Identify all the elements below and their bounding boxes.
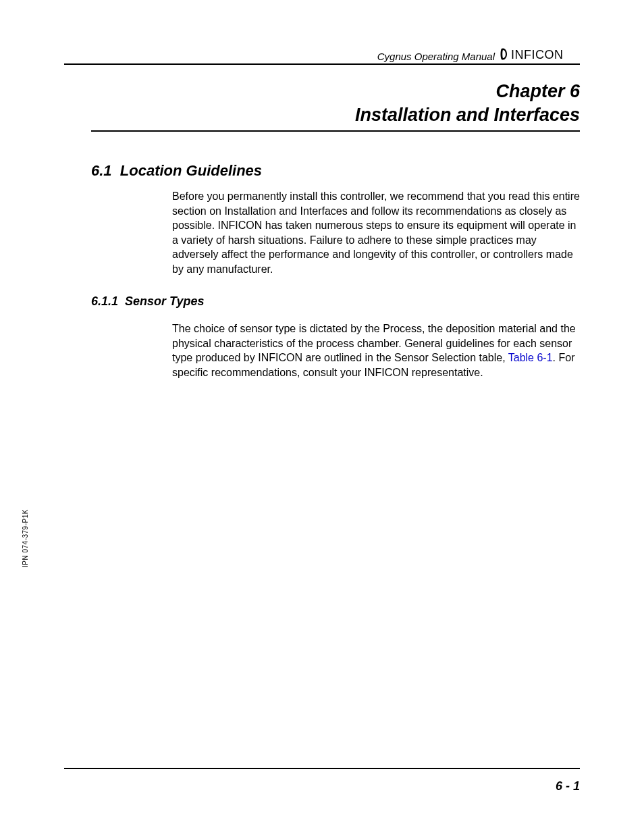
section-heading-6-1: 6.1 Location Guidelines <box>91 162 262 180</box>
header-rule <box>64 63 580 65</box>
manual-title: Cygnus Operating Manual <box>377 51 495 62</box>
footer-rule <box>64 768 580 769</box>
chapter-rule <box>91 130 580 132</box>
page-header: Cygnus Operating Manual INFICON <box>64 42 580 63</box>
page-number: 6 - 1 <box>556 779 580 793</box>
section-title: Location Guidelines <box>120 162 262 179</box>
chapter-heading: Chapter 6 Installation and Interfaces <box>355 80 580 127</box>
section-6-1-paragraph: Before you permanently install this cont… <box>172 189 580 277</box>
section-6-1-1-paragraph: The choice of sensor type is dictated by… <box>172 321 580 380</box>
section-heading-6-1-1: 6.1.1 Sensor Types <box>91 294 204 309</box>
inficon-logo: INFICON <box>499 46 580 63</box>
subsection-number: 6.1.1 <box>91 294 118 308</box>
subsection-title: Sensor Types <box>125 294 204 308</box>
table-6-1-link[interactable]: Table 6-1 <box>508 352 553 363</box>
chapter-label: Chapter 6 <box>355 80 580 103</box>
chapter-title: Installation and Interfaces <box>355 103 580 127</box>
document-page: Cygnus Operating Manual INFICON Chapter … <box>0 0 644 834</box>
section-number: 6.1 <box>91 162 112 179</box>
svg-text:INFICON: INFICON <box>511 48 564 61</box>
ipn-side-note: IPN 074-379-P1K <box>22 509 29 567</box>
